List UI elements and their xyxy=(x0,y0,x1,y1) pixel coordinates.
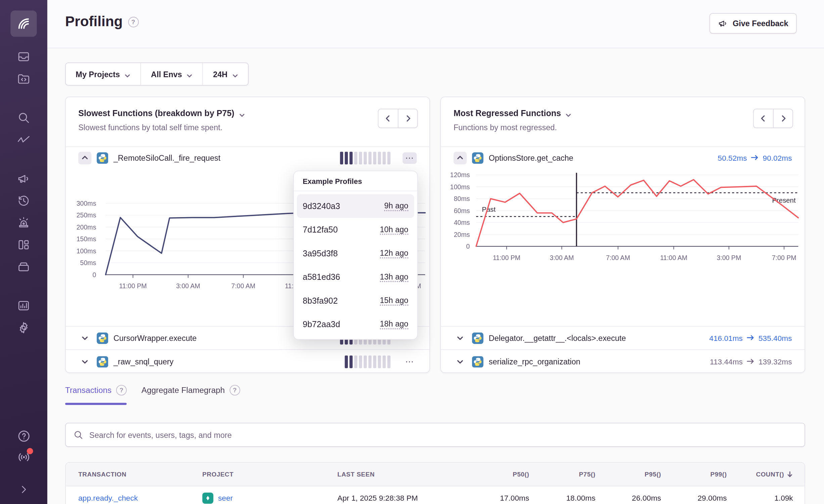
sidebar-item-releases[interactable] xyxy=(16,259,31,274)
sentry-logo[interactable] xyxy=(10,10,37,37)
more-options-button[interactable]: ⋯ xyxy=(403,356,417,367)
series-line xyxy=(476,180,798,246)
tab-aggregate-flamegraph[interactable]: Aggregate Flamegraph ? xyxy=(141,385,240,405)
prev-page-button[interactable] xyxy=(753,109,773,128)
more-options-button[interactable]: ⋯ xyxy=(403,152,417,163)
transaction-link[interactable]: app.ready._check xyxy=(78,494,202,502)
expand-button[interactable] xyxy=(78,355,91,368)
profile-time-link[interactable]: 10h ago xyxy=(380,225,408,235)
card-subtitle: Slowest functions by total self time spe… xyxy=(78,123,417,132)
column-header-transaction[interactable]: TRANSACTION xyxy=(78,470,202,478)
sidebar-item-feedback[interactable] xyxy=(16,171,31,186)
profile-id[interactable]: 7d12fa50 xyxy=(303,225,337,235)
most-regressed-title-dropdown[interactable]: Most Regressed Functions xyxy=(454,109,792,118)
before-value-link[interactable]: 50.52ms xyxy=(718,154,747,162)
regression-values: 50.52ms 90.02ms xyxy=(718,154,792,162)
sidebar-item-stats[interactable] xyxy=(16,298,31,313)
x-axis-label: 3:00 AM xyxy=(176,282,200,290)
sidebar-item-alerts[interactable] xyxy=(16,215,31,230)
y-axis-label: 300ms xyxy=(77,200,96,207)
search-input[interactable] xyxy=(89,431,797,440)
example-profile-item[interactable]: 3a95d3f812h ago xyxy=(297,242,414,265)
column-header-count[interactable]: COUNT() xyxy=(727,470,793,478)
example-profile-item[interactable]: 9b72aa3d18h ago xyxy=(297,312,414,336)
tab-help-icon[interactable]: ? xyxy=(229,385,240,395)
example-profile-item[interactable]: a581ed3613h ago xyxy=(297,265,414,289)
profile-time-link[interactable]: 15h ago xyxy=(380,296,408,306)
p75-cell: 18.00ms xyxy=(529,494,595,502)
slowest-functions-title-dropdown[interactable]: Slowest Functions (breakdown by P75) xyxy=(78,109,417,118)
before-value-link[interactable]: 416.01ms xyxy=(709,334,743,342)
tab-transactions[interactable]: Transactions ? xyxy=(65,385,127,405)
last-seen-cell: Apr 1, 2025 9:28:38 PM xyxy=(337,494,463,502)
example-profile-item[interactable]: 9d3240a39h ago xyxy=(297,194,414,218)
function-name-link[interactable]: _RemoteSiloCall._fire_request xyxy=(113,153,220,162)
example-profile-item[interactable]: 7d12fa5010h ago xyxy=(297,218,414,242)
y-axis-label: 0 xyxy=(93,271,96,279)
profile-id[interactable]: 8b3fa902 xyxy=(303,296,337,305)
next-page-button[interactable] xyxy=(398,109,418,128)
profile-sparkline[interactable] xyxy=(340,152,391,164)
profile-id[interactable]: 3a95d3f8 xyxy=(303,249,337,258)
y-axis-label: 40ms xyxy=(454,219,470,226)
example-profiles-popup: Example Profiles 9d3240a39h ago7d12fa501… xyxy=(293,171,418,340)
prev-page-button[interactable] xyxy=(378,109,398,128)
project-link[interactable]: seer xyxy=(218,494,233,502)
expand-button[interactable] xyxy=(454,332,467,344)
sidebar-item-projects[interactable] xyxy=(16,71,31,86)
profile-time-link[interactable]: 9h ago xyxy=(384,201,408,211)
sidebar xyxy=(0,0,47,504)
after-value-link[interactable]: 90.02ms xyxy=(763,154,792,162)
arrow-right-icon xyxy=(747,334,754,342)
python-icon xyxy=(97,152,108,163)
collapse-button[interactable] xyxy=(454,152,467,164)
table-header-row: TRANSACTION PROJECT LAST SEEN P50() P75(… xyxy=(66,463,805,486)
function-name-link[interactable]: OptionsStore.get_cache xyxy=(489,153,574,162)
function-name-link[interactable]: CursorWrapper.execute xyxy=(113,334,197,343)
collapse-button[interactable] xyxy=(78,152,91,164)
profile-id[interactable]: a581ed36 xyxy=(303,272,340,282)
sidebar-item-replays[interactable] xyxy=(16,193,31,208)
help-icon[interactable] xyxy=(16,429,31,443)
column-header-p75[interactable]: P75() xyxy=(529,470,595,478)
profile-id[interactable]: 9b72aa3d xyxy=(303,319,340,329)
sidebar-item-explore[interactable] xyxy=(16,110,31,125)
projects-filter[interactable]: My Projects xyxy=(66,63,141,85)
broadcast-icon[interactable] xyxy=(16,450,31,464)
function-name-link[interactable]: _raw_snql_query xyxy=(113,357,174,366)
expand-button[interactable] xyxy=(454,355,467,368)
sidebar-item-settings[interactable] xyxy=(16,320,31,335)
time-range-filter[interactable]: 24H xyxy=(202,63,248,85)
x-axis-label: 11:00 PM xyxy=(119,282,147,290)
popup-title: Example Profiles xyxy=(294,171,417,191)
sparkline-bar-empty xyxy=(354,355,357,368)
function-name-link[interactable]: Delegator.__getattr__.<locals>.execute xyxy=(489,334,626,343)
profile-id[interactable]: 9d3240a3 xyxy=(303,201,340,211)
environments-filter[interactable]: All Envs xyxy=(140,63,202,85)
tab-help-icon[interactable]: ? xyxy=(116,385,127,395)
filter-bar: My Projects All Envs 24H xyxy=(65,62,248,86)
next-page-button[interactable] xyxy=(773,109,793,128)
sidebar-expand-button[interactable] xyxy=(16,482,31,497)
page-help-icon[interactable]: ? xyxy=(128,16,138,27)
sidebar-item-dashboards[interactable] xyxy=(16,237,31,252)
sidebar-item-traces[interactable] xyxy=(16,132,31,147)
expand-button[interactable] xyxy=(78,332,91,344)
column-header-last-seen[interactable]: LAST SEEN xyxy=(337,470,463,478)
column-header-project[interactable]: PROJECT xyxy=(202,470,337,478)
profile-time-link[interactable]: 12h ago xyxy=(380,248,408,258)
column-header-p50[interactable]: P50() xyxy=(463,470,529,478)
profile-sparkline[interactable] xyxy=(345,355,391,368)
sidebar-item-issues[interactable] xyxy=(16,49,31,64)
example-profile-item[interactable]: 8b3fa90215h ago xyxy=(297,289,414,312)
column-header-p95[interactable]: P95() xyxy=(595,470,661,478)
after-value-link[interactable]: 535.40ms xyxy=(759,334,792,342)
column-header-p99[interactable]: P99() xyxy=(661,470,727,478)
profile-time-link[interactable]: 13h ago xyxy=(380,272,408,282)
y-axis-label: 20ms xyxy=(454,231,470,238)
give-feedback-button[interactable]: Give Feedback xyxy=(709,13,797,34)
profile-time-link[interactable]: 18h ago xyxy=(380,319,408,330)
function-name-link[interactable]: serialize_rpc_organization xyxy=(489,357,581,366)
x-axis-label: 11:00 PM xyxy=(493,254,520,261)
table-row[interactable]: app.ready._check seer Apr 1, 2025 9:28:3… xyxy=(66,486,805,504)
